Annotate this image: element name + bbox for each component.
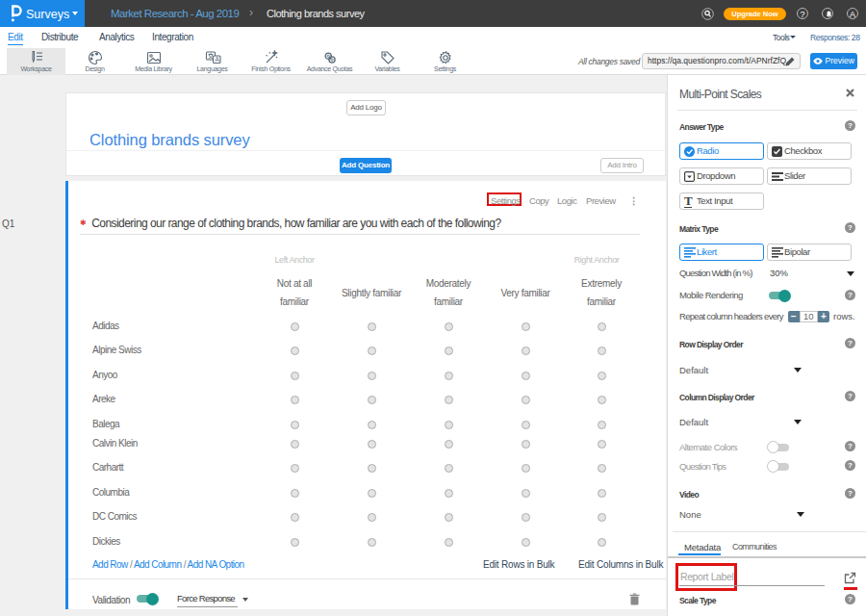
svg-text:A: A	[215, 56, 219, 63]
